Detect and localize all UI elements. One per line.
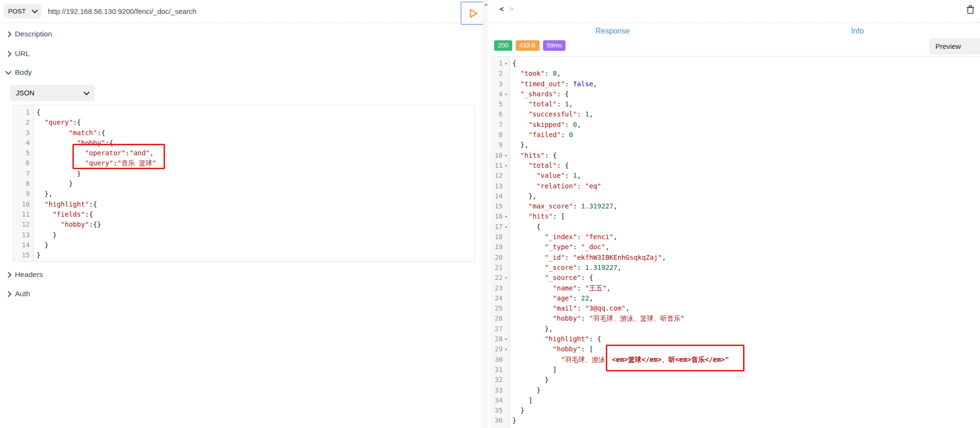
section-headers[interactable]: Headers [6, 270, 43, 279]
fold-arrow-icon [503, 365, 509, 375]
scrollbar[interactable] [483, 0, 488, 428]
chevron-down-icon [5, 69, 12, 75]
section-body[interactable]: Body [6, 68, 32, 77]
code-text: "took": 8, [509, 69, 561, 79]
code-text: "failed": 0 [509, 130, 573, 140]
code-line: 6 "query":"音乐 篮球" [13, 158, 474, 168]
code-text: { [509, 58, 516, 69]
code-text: "max_score": 1.319227, [509, 201, 617, 211]
code-text: ] [509, 395, 532, 405]
code-text: } [509, 385, 541, 395]
code-line: 16▾ "hits": [ [490, 211, 980, 221]
code-line: 28▾ "highlight": { [490, 334, 980, 344]
view-mode-value: Preview [935, 42, 961, 50]
code-text: "successful": 1, [509, 109, 593, 119]
section-url[interactable]: URL [6, 49, 30, 58]
chevron-down-icon [32, 7, 38, 13]
method-select-value: POST [8, 8, 26, 15]
chevron-right-icon [5, 291, 12, 297]
url-input[interactable]: http://192.168.56.130:9200/fenci/_doc/_s… [48, 7, 196, 15]
tab-info[interactable]: Info [735, 26, 980, 36]
fold-arrow-icon[interactable]: ▾ [503, 58, 509, 69]
code-line: 4▾ "_shards": { [490, 89, 980, 99]
section-description[interactable]: Description [6, 30, 52, 38]
line-number: 29 [490, 344, 503, 354]
line-number: 31 [490, 365, 503, 375]
fold-arrow-icon [503, 181, 509, 191]
code-line: 1{ [13, 107, 474, 117]
fold-arrow-icon[interactable]: ▾ [503, 211, 509, 221]
fold-arrow-icon[interactable]: ▾ [503, 150, 509, 161]
code-text: "age": 22, [509, 293, 593, 303]
code-text: { [33, 107, 40, 117]
line-number: 9 [13, 189, 33, 199]
history-back-button[interactable]: < [498, 5, 506, 13]
history-forward-button[interactable]: > [508, 5, 515, 13]
line-number: 33 [490, 385, 503, 395]
code-text: { [509, 222, 541, 232]
code-line: 32 } [490, 375, 980, 385]
code-text: "_index": "fenci", [509, 232, 617, 242]
code-line: 33 } [490, 385, 980, 395]
body-type-value: JSON [16, 89, 35, 97]
fold-arrow-icon [503, 395, 509, 405]
code-line: 26 "hobby": "羽毛球、游泳、篮球、听音乐" [490, 313, 980, 324]
section-label: URL [15, 49, 30, 58]
code-line: 25 "mail": "3@qq.com", [490, 303, 980, 313]
body-type-select[interactable]: JSON [10, 85, 94, 101]
chevron-right-icon [5, 272, 12, 278]
fold-arrow-icon[interactable]: ▾ [503, 334, 509, 344]
request-body-editor[interactable]: 1{2 "query":{3 "match":{4 "hobby":{5 "op… [13, 105, 475, 262]
fold-arrow-icon [503, 191, 509, 201]
code-line: 31 ] [490, 365, 980, 375]
fold-arrow-icon [503, 130, 509, 140]
fold-arrow-icon[interactable]: ▾ [503, 344, 509, 354]
code-text: } [509, 375, 549, 385]
code-line: 8 "failed": 0 [490, 130, 980, 140]
line-number: 3 [490, 79, 503, 89]
fold-arrow-icon[interactable]: ▾ [503, 273, 509, 283]
code-text: }, [509, 191, 537, 201]
section-label: Auth [15, 289, 30, 298]
code-text: }, [509, 324, 553, 334]
code-text: "羽毛球、游泳、<em>篮球</em>、听<em>音乐</em>" [509, 355, 729, 365]
status-code-badge: 200 [494, 40, 512, 51]
fold-arrow-icon [503, 171, 509, 181]
fold-arrow-icon[interactable]: ▾ [503, 161, 509, 171]
trash-button[interactable] [966, 5, 977, 15]
send-button[interactable] [460, 1, 485, 25]
line-number: 3 [13, 128, 33, 138]
tab-response[interactable]: Response [490, 26, 735, 36]
code-line: 5 "operator":"and", [13, 148, 474, 158]
fold-arrow-icon [503, 242, 509, 252]
section-auth[interactable]: Auth [6, 289, 30, 298]
code-text: "_score": 1.319227, [509, 263, 622, 273]
line-number: 6 [490, 109, 503, 119]
fold-arrow-icon [503, 283, 509, 293]
fold-arrow-icon[interactable]: ▾ [503, 89, 509, 99]
line-number: 23 [490, 283, 503, 293]
code-line: 11▾ "total": { [490, 161, 980, 171]
line-number: 10 [13, 199, 33, 209]
code-line: 34 ] [490, 395, 980, 405]
fold-arrow-icon[interactable]: ▾ [503, 222, 509, 232]
line-number: 10 [490, 150, 503, 161]
code-text: "total": 1, [509, 99, 573, 109]
line-number: 1 [490, 58, 503, 69]
scroll-up-arrow-icon[interactable] [484, 3, 488, 6]
code-line: 9 }, [490, 140, 980, 150]
fold-arrow-icon [503, 313, 509, 324]
code-text: } [33, 169, 81, 179]
method-select[interactable]: POST [4, 4, 41, 18]
fold-arrow-icon [503, 232, 509, 242]
line-number: 15 [13, 250, 33, 260]
code-text: "hobby":{} [33, 220, 101, 230]
code-text: "total": { [509, 161, 569, 171]
code-line: 10 "highlight":{ [13, 199, 474, 209]
response-size-badge: 433 B [516, 40, 540, 51]
response-body-viewer[interactable]: 1▾{2 "took": 8,3 "timed_out": false,4▾ "… [490, 56, 980, 428]
view-mode-select[interactable]: Preview [929, 38, 980, 55]
fold-arrow-icon [503, 253, 509, 263]
line-number: 5 [490, 99, 503, 109]
code-line: 12 "value": 1, [490, 171, 980, 181]
